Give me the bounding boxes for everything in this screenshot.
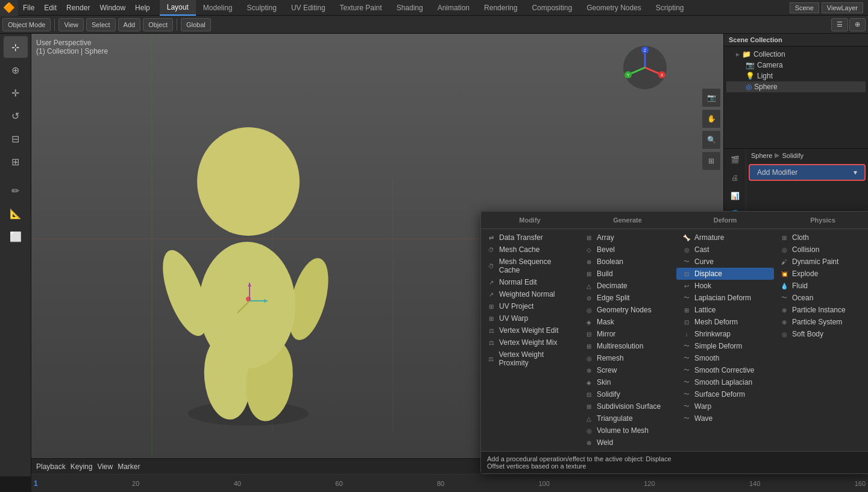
modifier-skin[interactable]: ◈Skin: [579, 376, 676, 388]
tab-scripting[interactable]: Scripting: [649, 0, 691, 16]
object-menu[interactable]: Object: [143, 18, 173, 31]
modifier-laplacian-deform[interactable]: 〜Laplacian Deform: [676, 292, 774, 304]
marker-menu[interactable]: Marker: [118, 462, 140, 471]
modifier-wave[interactable]: 〜Wave: [676, 412, 774, 424]
grid-icon[interactable]: ⊞: [702, 151, 721, 171]
overlay-btn[interactable]: ☰: [831, 18, 848, 31]
nav-gizmo[interactable]: Z X Y: [621, 43, 669, 92]
modifier-fluid[interactable]: 💧Fluid: [774, 280, 868, 292]
sphere-item[interactable]: ◎ Sphere: [726, 81, 866, 92]
camera-item[interactable]: 📷 Camera: [726, 60, 866, 71]
modifier-edge-split[interactable]: ⊘Edge Split: [579, 292, 676, 304]
menu-edit[interactable]: Edit: [39, 0, 61, 16]
tab-uv-editing[interactable]: UV Editing: [284, 0, 333, 16]
playback-menu[interactable]: Playback: [36, 462, 66, 471]
view-menu[interactable]: View: [58, 18, 84, 31]
modifier-vertex-weight-proximity[interactable]: ⚖Vertex Weight Proximity: [481, 348, 579, 369]
tab-shading[interactable]: Shading: [389, 0, 430, 16]
tab-animation[interactable]: Animation: [430, 0, 477, 16]
modifier-collision[interactable]: ◎Collision: [774, 244, 868, 256]
modifier-mirror[interactable]: ⊟Mirror: [579, 328, 676, 340]
tab-texture-paint[interactable]: Texture Paint: [333, 0, 389, 16]
view-layer[interactable]: ViewLayer: [822, 2, 863, 13]
tab-rendering[interactable]: Rendering: [477, 0, 524, 16]
modifier-vertex-weight-edit[interactable]: ⚖Vertex Weight Edit: [481, 324, 579, 336]
add-menu[interactable]: Add: [118, 18, 141, 31]
modifier-ocean[interactable]: 〜Ocean: [774, 292, 868, 304]
modifier-mesh-cache[interactable]: ⏱Mesh Cache: [481, 244, 579, 256]
transform-select[interactable]: Global: [181, 18, 211, 31]
modifier-weighted-normal[interactable]: ↗Weighted Normal: [481, 288, 579, 300]
render-props-icon[interactable]: 🎬: [726, 151, 743, 168]
tab-compositing[interactable]: Compositing: [524, 0, 579, 16]
tab-layout[interactable]: Layout: [160, 0, 196, 16]
select-menu[interactable]: Select: [86, 18, 116, 31]
modifier-normal-edit[interactable]: ↗Normal Edit: [481, 276, 579, 288]
scene-name[interactable]: Scene: [790, 2, 819, 13]
camera-view-icon[interactable]: 📷: [702, 88, 721, 107]
modifier-array[interactable]: ⊞Array: [579, 232, 676, 244]
modifier-data-transfer[interactable]: ⇄Data Transfer: [481, 232, 579, 244]
mode-select[interactable]: Object Mode: [2, 18, 51, 31]
modifier-simple-deform[interactable]: 〜Simple Deform: [676, 340, 774, 352]
cursor-tool[interactable]: ⊕: [4, 59, 28, 81]
gizmo-btn[interactable]: ⊕: [849, 18, 866, 31]
modifier-mask[interactable]: ◈Mask: [579, 316, 676, 328]
view-layer-props-icon[interactable]: 📊: [726, 188, 743, 204]
modifier-hook[interactable]: ↩Hook: [676, 280, 774, 292]
modifier-screw[interactable]: ⊛Screw: [579, 364, 676, 376]
modifier-uv-project[interactable]: ⊞UV Project: [481, 300, 579, 312]
measure-tool[interactable]: 📐: [4, 203, 28, 224]
modifier-dynamic-paint[interactable]: 🖌Dynamic Paint: [774, 256, 868, 268]
collection-item[interactable]: ▸ 📁 Collection: [726, 49, 866, 60]
hand-icon[interactable]: ✋: [702, 109, 721, 128]
modifier-remesh[interactable]: ◎Remesh: [579, 352, 676, 364]
modifier-triangulate[interactable]: △Triangulate: [579, 412, 676, 424]
move-tool[interactable]: ✛: [4, 82, 28, 104]
menu-help[interactable]: Help: [130, 0, 155, 16]
modifier-weld[interactable]: ⊕Weld: [579, 437, 676, 449]
add-modifier-button[interactable]: Add Modifier ▾: [749, 164, 866, 181]
modifier-volume-to-mesh[interactable]: ◎Volume to Mesh: [579, 424, 676, 437]
modifier-explode[interactable]: 💥Explode: [774, 268, 868, 280]
output-props-icon[interactable]: 🖨: [726, 169, 743, 186]
modifier-subdivision-surface[interactable]: ⊞Subdivision Surface: [579, 400, 676, 412]
menu-window[interactable]: Window: [95, 0, 130, 16]
modifier-soft-body[interactable]: ◎Soft Body: [774, 328, 868, 340]
modifier-build[interactable]: ⊞Build: [579, 268, 676, 280]
modifier-surface-deform[interactable]: 〜Surface Deform: [676, 388, 774, 400]
modifier-lattice[interactable]: ⊞Lattice: [676, 304, 774, 316]
tab-geometry-nodes[interactable]: Geometry Nodes: [579, 0, 649, 16]
view-menu-timeline[interactable]: View: [97, 462, 113, 471]
add-tool[interactable]: ⬜: [4, 226, 28, 247]
modifier-mesh-deform[interactable]: ⊡Mesh Deform: [676, 316, 774, 328]
modifier-armature[interactable]: 🦴Armature: [676, 232, 774, 244]
light-item[interactable]: 💡 Light: [726, 71, 866, 81]
modifier-uv-warp[interactable]: ⊞UV Warp: [481, 312, 579, 324]
modifier-geometry-nodes[interactable]: ◎Geometry Nodes: [579, 304, 676, 316]
transform-tool[interactable]: ⊞: [4, 151, 28, 172]
modifier-shrinkwrap[interactable]: ↓Shrinkwrap: [676, 328, 774, 340]
modifier-smooth-laplacian[interactable]: 〜Smooth Laplacian: [676, 376, 774, 388]
modifier-decimate[interactable]: △Decimate: [579, 280, 676, 292]
zoom-icon[interactable]: 🔍: [702, 130, 721, 150]
modifier-cast[interactable]: ◎Cast: [676, 244, 774, 256]
modifier-smooth[interactable]: 〜Smooth: [676, 352, 774, 364]
rotate-tool[interactable]: ↺: [4, 105, 28, 127]
keying-menu[interactable]: Keying: [71, 462, 93, 471]
tab-modeling[interactable]: Modeling: [196, 0, 240, 16]
modifier-cloth[interactable]: ⊞Cloth: [774, 232, 868, 244]
select-tool[interactable]: ⊹: [4, 36, 28, 58]
modifier-mesh-sequence-cache[interactable]: ⏱Mesh Sequence Cache: [481, 256, 579, 276]
modifier-smooth-corrective[interactable]: 〜Smooth Corrective: [676, 364, 774, 376]
modifier-warp[interactable]: 〜Warp: [676, 400, 774, 412]
modifier-particle-instance[interactable]: ⊕Particle Instance: [774, 304, 868, 316]
modifier-solidify[interactable]: ⊟Solidify: [579, 388, 676, 400]
modifier-bevel[interactable]: ◇Bevel: [579, 244, 676, 256]
modifier-boolean[interactable]: ⊕Boolean: [579, 256, 676, 268]
menu-file[interactable]: File: [18, 0, 39, 16]
modifier-multiresolution[interactable]: ⊞Multiresolution: [579, 340, 676, 352]
modifier-particle-system[interactable]: ⊕Particle System: [774, 316, 868, 328]
modifier-vertex-weight-mix[interactable]: ⚖Vertex Weight Mix: [481, 336, 579, 348]
scale-tool[interactable]: ⊟: [4, 128, 28, 150]
